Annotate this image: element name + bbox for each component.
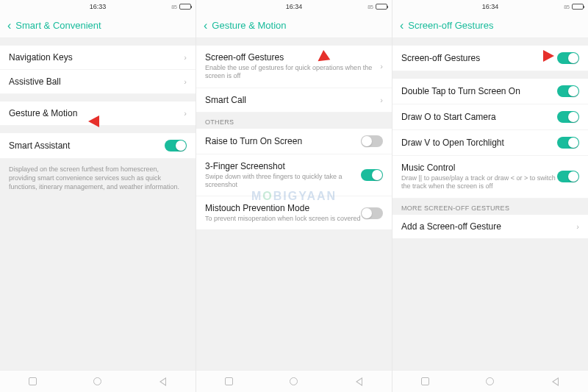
row-label: Smart Call <box>205 95 380 105</box>
nav-back-icon[interactable] <box>158 377 168 387</box>
row-label: Gesture & Motion <box>9 108 184 118</box>
nav-bar <box>392 370 588 392</box>
status-bar: 16:34 85 <box>196 0 392 13</box>
nav-home-icon[interactable] <box>289 377 299 387</box>
row-subtitle: To prevent misoperation when lock screen… <box>205 215 361 223</box>
row-label: Draw V to Open Torchlight <box>401 138 557 148</box>
nav-home-icon[interactable] <box>485 377 495 387</box>
chevron-right-icon: › <box>380 62 383 71</box>
row-screen-off-gestures[interactable]: Screen-off Gestures Enable the use of ge… <box>196 46 392 88</box>
row-label: Navigation Keys <box>9 52 184 63</box>
screen-screen-off-gestures: 16:34 85 ‹ Screen-off Gestures Screen-of… <box>392 0 588 392</box>
section-others: OTHERS <box>196 113 392 129</box>
nav-recent-icon[interactable] <box>27 377 37 387</box>
status-bar: 16:34 85 <box>392 0 588 13</box>
page-title: Smart & Convenient <box>15 20 101 31</box>
toggle-double-tap[interactable] <box>557 85 579 97</box>
row-screen-off-gestures-toggle[interactable]: Screen-off Gestures <box>392 46 588 71</box>
row-subtitle: Swipe down with three fingers to quickly… <box>205 173 361 190</box>
nav-back-icon[interactable] <box>551 377 561 387</box>
section-more-gestures: MORE SCREEN-OFF GESTURES <box>392 199 588 215</box>
row-subtitle: Enable the use of gestures for quick ope… <box>205 64 380 81</box>
row-smart-call[interactable]: Smart Call › <box>196 88 392 113</box>
row-raise-to-turn-on[interactable]: Raise to Turn On Screen <box>196 129 392 154</box>
row-label: Assistive Ball <box>9 76 184 87</box>
toggle-draw-v[interactable] <box>557 137 579 149</box>
toggle-3finger[interactable] <box>361 169 383 181</box>
row-label: Add a Screen-off Gesture <box>401 221 576 232</box>
row-label: 3-Finger Screenshot <box>205 161 361 171</box>
battery-icon <box>572 4 584 10</box>
row-add-gesture[interactable]: Add a Screen-off Gesture › <box>392 215 588 238</box>
page-title: Screen-off Gestures <box>408 20 493 31</box>
battery-icon <box>179 4 191 10</box>
status-time: 16:33 <box>34 3 162 10</box>
toggle-draw-o[interactable] <box>557 111 579 123</box>
row-assistive-ball[interactable]: Assistive Ball › <box>0 70 196 94</box>
back-icon[interactable]: ‹ <box>400 19 404 32</box>
nav-recent-icon[interactable] <box>420 377 430 387</box>
status-time: 16:34 <box>230 3 358 10</box>
row-label: Mistouch Prevention Mode <box>205 203 361 213</box>
row-navigation-keys[interactable]: Navigation Keys › <box>0 46 196 70</box>
row-gesture-motion[interactable]: Gesture & Motion › <box>0 101 196 126</box>
nav-recent-icon[interactable] <box>223 377 234 387</box>
toggle-music-control[interactable] <box>557 171 579 182</box>
row-draw-v[interactable]: Draw V to Open Torchlight <box>392 130 588 156</box>
row-label: Screen-off Gestures <box>401 53 557 63</box>
status-time: 16:34 <box>426 3 554 10</box>
nav-bar <box>0 370 196 392</box>
row-music-control[interactable]: Music Control Draw || to pause/play a tr… <box>392 156 588 199</box>
status-bar: 16:33 85 <box>0 0 196 13</box>
row-label: Smart Assistant <box>9 140 165 151</box>
row-3finger-screenshot[interactable]: 3-Finger Screenshot Swipe down with thre… <box>196 154 392 197</box>
page-title: Gesture & Motion <box>212 20 286 31</box>
header: ‹ Screen-off Gestures <box>392 13 588 38</box>
row-label: Draw O to Start Camera <box>401 112 557 122</box>
row-mistouch-prevention[interactable]: Mistouch Prevention Mode To prevent miso… <box>196 196 392 229</box>
back-icon[interactable]: ‹ <box>7 19 11 32</box>
nav-bar <box>196 370 392 392</box>
row-subtitle: Draw || to pause/play a track or draw < … <box>401 174 557 191</box>
chevron-right-icon: › <box>184 53 187 62</box>
row-double-tap[interactable]: Double Tap to Turn Screen On <box>392 79 588 104</box>
nav-home-icon[interactable] <box>93 377 103 387</box>
row-label: Raise to Turn On Screen <box>205 136 361 146</box>
header: ‹ Gesture & Motion <box>196 13 392 38</box>
back-icon[interactable]: ‹ <box>204 19 207 32</box>
chevron-right-icon: › <box>184 109 187 118</box>
chevron-right-icon: › <box>380 96 383 104</box>
toggle-screen-off-gestures[interactable] <box>557 52 579 64</box>
toggle-smart-assistant[interactable] <box>165 140 187 152</box>
row-label: Screen-off Gestures <box>205 52 380 63</box>
battery-text: 85 <box>171 4 177 10</box>
battery-text: 85 <box>564 4 570 10</box>
chevron-right-icon: › <box>184 77 187 86</box>
row-label: Double Tap to Turn Screen On <box>401 86 557 96</box>
toggle-mistouch[interactable] <box>361 207 383 219</box>
info-text: Displayed on the screen furthest from ho… <box>0 159 196 197</box>
battery-text: 85 <box>368 4 373 10</box>
battery-icon <box>376 4 387 10</box>
toggle-raise[interactable] <box>361 135 383 147</box>
screen-gesture-motion: 16:34 85 ‹ Gesture & Motion Screen-off G… <box>196 0 392 392</box>
screen-smart-convenient: 16:33 85 ‹ Smart & Convenient Navigation… <box>0 0 196 392</box>
row-draw-o[interactable]: Draw O to Start Camera <box>392 104 588 130</box>
row-smart-assistant[interactable]: Smart Assistant <box>0 133 196 159</box>
row-label: Music Control <box>401 163 557 173</box>
header: ‹ Smart & Convenient <box>0 13 196 38</box>
chevron-right-icon: › <box>576 222 579 231</box>
nav-back-icon[interactable] <box>354 377 365 387</box>
